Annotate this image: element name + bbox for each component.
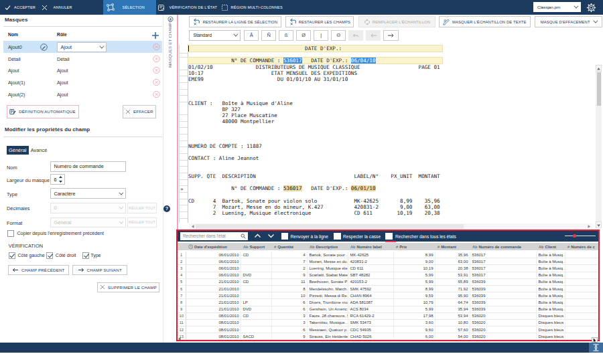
check-type[interactable] — [82, 252, 89, 259]
cancel-button[interactable]: ANNULER — [42, 0, 72, 15]
char-mask-button[interactable]: Å — [244, 30, 259, 41]
table-row[interactable]: 1008/01/2010CD3Faure, 28 chansons, S…RCA… — [178, 313, 598, 320]
delete-masque-icon[interactable] — [153, 55, 160, 62]
table-column-header[interactable]: #Numéro de c — [565, 243, 598, 251]
erase-mask-dropdown[interactable]: MASQUE D'EFFACEMENT — [535, 16, 602, 27]
scroll-down-button[interactable] — [596, 221, 602, 228]
table-row[interactable]: 921/01/2010DVD6Gershwin, Un Améric…ACS 8… — [178, 306, 598, 313]
table-row[interactable]: 521/01/2010CD11Beethoven, Sonate P…42015… — [178, 279, 598, 286]
table-column-header[interactable]: AbClient — [537, 243, 565, 251]
field-sample-row-1[interactable]: DATE D'EXP.: — [188, 45, 443, 53]
table-row[interactable]: 406/01/2010DVD9Scarlatti, Stabat MaterSB… — [178, 272, 598, 279]
next-field-button[interactable]: CHAMP SUIVANT — [72, 265, 127, 276]
table-cell: 08/01/2010 — [186, 320, 242, 327]
prev-arrow-button — [366, 30, 381, 41]
scrollbar-thumb[interactable] — [597, 72, 601, 106]
masque-row[interactable]: AjoutAjout — [3, 65, 162, 77]
char-mask-button[interactable]: ß — [279, 30, 293, 41]
line-gutter[interactable] — [179, 44, 188, 223]
table-column-header[interactable]: #Quantité — [272, 243, 308, 251]
table-column-header[interactable]: AbNuméro label — [348, 243, 394, 251]
scroll-left-button[interactable] — [190, 224, 195, 229]
delete-field-button[interactable]: SUPPRIMER LE CHAMP — [97, 282, 159, 293]
report-text[interactable]: 01/02/10 DISTRIBUTEURS DE MUSIQUE CLASSI… — [188, 64, 440, 216]
table-row[interactable]: 1108/01/20103Takemitsu, Musique…SMK 5347… — [178, 320, 598, 327]
table-cell: 5,99 — [394, 279, 436, 286]
table-cell — [241, 265, 272, 272]
hide-sample-text-button[interactable]: MASQUER L'ÉCHANTILLON DE TEXTE — [439, 16, 531, 27]
table-cell: 6 — [272, 327, 308, 333]
gear-icon[interactable] — [586, 3, 596, 13]
copy-previous-checkbox[interactable] — [7, 230, 14, 237]
all-states-checkbox[interactable] — [385, 233, 393, 240]
check-left-side[interactable] — [9, 252, 15, 259]
char-mask-button[interactable]: Θ — [331, 30, 346, 41]
accept-button[interactable]: ACCEPTER — [0, 0, 36, 15]
table-scroll-left-button[interactable] — [177, 337, 182, 341]
table-row[interactable]: 1308/01/2010SACD9Strauss, Ein Heldenle…C… — [178, 333, 598, 339]
search-next-button[interactable] — [267, 233, 275, 239]
doc-vertical-scrollbar[interactable] — [596, 65, 602, 228]
add-masque-button[interactable] — [151, 31, 159, 39]
tab-multicolumn[interactable]: RÉGION MULTI-COLONNES — [221, 0, 283, 15]
table-row[interactable]: 721/01/201010Pizzetti, Messa di Re…CHAN … — [178, 292, 598, 299]
scroll-right-button[interactable] — [587, 224, 592, 229]
clear-button[interactable]: EFFACER — [123, 105, 156, 118]
table-row[interactable]: 106/01/2010CD4Bartok, Sonate pour…MK-426… — [178, 252, 598, 258]
doc-horizontal-scrollbar[interactable] — [190, 223, 592, 230]
delete-masque-icon[interactable] — [153, 43, 160, 50]
table-column-header[interactable]: AbSupport — [241, 243, 272, 251]
scrollbar-thumb[interactable] — [196, 224, 464, 229]
restore-selection-line-button[interactable]: RESTAURER LA LIGNE DE SÉLECTION — [189, 16, 281, 27]
masque-row[interactable]: DétailDétail — [3, 53, 162, 65]
style-select[interactable]: Standard — [189, 30, 241, 41]
masque-name: Ajout(2) — [8, 92, 25, 98]
tab-advanced[interactable]: Avancé — [31, 146, 47, 155]
table-column-header[interactable]: #Prix — [394, 243, 436, 251]
table-column-header[interactable]: Date d'expédition — [186, 243, 242, 251]
case-label: Respecter la casse — [343, 234, 381, 239]
masque-row[interactable]: Ajout0 Ajout — [3, 41, 162, 53]
char-mask-button[interactable]: Ø — [296, 30, 311, 41]
delete-masque-icon[interactable] — [153, 67, 160, 74]
name-field[interactable]: Numéro de commande — [50, 161, 126, 172]
wrap-checkbox[interactable] — [281, 233, 289, 240]
delete-masque-icon[interactable] — [153, 91, 160, 98]
prev-field-button[interactable]: CHAMP PRÉCÉDENT — [8, 265, 69, 276]
tab-selection[interactable]: SÉLECTION — [103, 0, 156, 15]
table-column-header[interactable]: AbDescription — [308, 243, 348, 251]
table-cell: Boîte à Musiq… — [537, 252, 565, 258]
masque-row[interactable]: Ajout(2)Ajout — [3, 88, 162, 100]
auto-define-button[interactable]: DÉFINITION AUTOMATIQUE — [7, 105, 79, 118]
table-row[interactable]: 821/01/2010LP6Divers, Trombone mo…ADA 58… — [178, 299, 598, 306]
char-mask-button[interactable]: Ñ — [261, 30, 276, 41]
tab-verification[interactable]: VÉRIFICATION DE L'ÉTAT — [157, 0, 218, 15]
next-arrow-button[interactable] — [383, 30, 399, 41]
table-column-header[interactable]: #Montant — [436, 243, 470, 251]
table-row[interactable]: 206/01/20107Mozart, Messe en do…420831-2… — [178, 258, 598, 265]
mouse-cursor — [593, 338, 597, 343]
table-row[interactable]: 621/01/20108Mendelssohn, March…SMK 47592… — [178, 286, 598, 292]
search-prev-button[interactable] — [254, 233, 261, 239]
table-column-header[interactable]: AbNuméro de commande — [470, 243, 537, 251]
restore-fields-button[interactable]: RESTAURER LES CHAMPS — [285, 16, 354, 27]
check-right-side[interactable] — [46, 252, 53, 259]
table-row[interactable]: 306/01/20102Luening, Musique éle…CD 6111… — [178, 265, 598, 272]
scroll-up-button[interactable] — [596, 65, 602, 72]
zoom-slider-track-right[interactable] — [574, 236, 596, 237]
masque-role-select[interactable]: Ajout — [57, 42, 107, 52]
search-input[interactable]: Rechercher dans l'état — [180, 232, 248, 241]
delete-masque-icon[interactable] — [153, 79, 160, 86]
resize-handle[interactable] — [589, 343, 603, 353]
masque-row[interactable]: Ajout(1)Ajout — [3, 76, 162, 88]
case-checkbox[interactable] — [334, 233, 341, 240]
table-column-header[interactable] — [178, 243, 186, 251]
edit-pencil-icon[interactable] — [40, 43, 48, 51]
help-icon[interactable]: ? — [163, 205, 170, 212]
table-row[interactable]: 1208/01/20106Messiaen, Quatuor p…CDC 549… — [178, 327, 598, 333]
char-mask-button[interactable]: | — [314, 30, 328, 41]
type-select[interactable]: Caractère — [50, 188, 126, 199]
tab-general[interactable]: Général — [7, 146, 29, 155]
file-selector[interactable]: Classjan.prn — [533, 2, 581, 12]
stepper-arrows[interactable] — [58, 175, 64, 183]
